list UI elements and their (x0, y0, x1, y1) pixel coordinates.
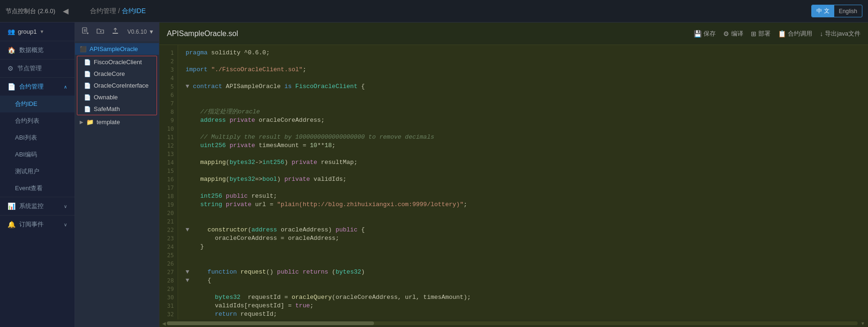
line-number: 2 (159, 57, 178, 66)
version-dropdown-icon: ▼ (149, 29, 154, 35)
code-line[interactable]: ▼ constructor(address oracleAddress) pub… (186, 226, 861, 234)
code-line[interactable] (186, 251, 861, 260)
sidebar-section-data-overview: 🏠 数据概览 (0, 41, 75, 59)
code-line[interactable] (186, 74, 861, 82)
sidebar-group-header[interactable]: 👥 group1 ▼ (0, 22, 75, 41)
scrollbar-thumb[interactable] (167, 321, 374, 325)
sidebar-label-node-management: 节点管理 (17, 64, 42, 73)
contract-icon: 📄 (7, 83, 15, 90)
sidebar-item-contract-management[interactable]: 📄 合约管理 ∧ (0, 78, 75, 96)
sidebar-item-node-management[interactable]: ⚙ 节点管理 (0, 59, 75, 77)
code-line[interactable]: ▼ contract APISampleOracle is FiscoOracl… (186, 82, 861, 91)
sidebar-item-event-view[interactable]: Event查看 (0, 180, 75, 197)
upload-button[interactable] (110, 26, 121, 37)
tree-item-oraclecore[interactable]: 📄 OracleCore (77, 68, 157, 80)
code-line[interactable]: } (186, 243, 861, 251)
code-line[interactable]: return requestId; (186, 310, 861, 319)
line-number: 28 (159, 276, 178, 285)
line-number: 12 (159, 141, 178, 150)
sidebar-item-system-monitor[interactable]: 📊 系统监控 ∨ (0, 197, 75, 215)
tree-item-ownable[interactable]: 📄 Ownable (77, 91, 157, 103)
sidebar-item-contract-list[interactable]: 合约列表 (0, 112, 75, 129)
breadcrumb-current: 合约IDE (122, 7, 146, 15)
code-line[interactable] (186, 57, 861, 66)
lang-zh-button[interactable]: 中 文 (812, 5, 834, 17)
code-line[interactable] (186, 184, 861, 192)
tree-item-label-ownable: Ownable (94, 94, 118, 101)
collapse-icon[interactable]: ◀ (63, 7, 68, 15)
code-line[interactable]: int256 public result; (186, 192, 861, 201)
compile-button[interactable]: ⚙ 编译 (723, 30, 743, 38)
code-line[interactable] (186, 91, 861, 99)
sidebar-label-contract-management: 合约管理 (19, 82, 44, 91)
tree-group-imports: 📄 FiscoOracleClient 📄 OracleCore 📄 Oracl… (77, 56, 157, 115)
code-line[interactable]: mapping(bytes32->int256) private resultM… (186, 158, 861, 167)
sidebar-item-abi-editor[interactable]: ABI编码 (0, 146, 75, 163)
sidebar-item-contract-ide[interactable]: 合约IDE (0, 96, 75, 112)
code-line[interactable] (186, 260, 861, 268)
filetree-version[interactable]: V0.6.10 ▼ (127, 29, 154, 35)
code-line[interactable] (186, 150, 861, 158)
scroll-left-icon[interactable]: ◀ (161, 320, 167, 327)
sidebar-item-abi-list[interactable]: ABI列表 (0, 129, 75, 146)
code-line[interactable] (186, 167, 861, 175)
code-line[interactable] (186, 217, 861, 226)
code-line[interactable]: string private url = "plain(http://blog.… (186, 201, 861, 209)
code-line[interactable]: mapping(bytes32=>bool) private validIds; (186, 175, 861, 184)
line-number: 19 (159, 201, 178, 209)
code-line[interactable]: uint256 private timesAmount = 10**18; (186, 141, 861, 150)
fold-icon[interactable]: ▼ (186, 277, 193, 284)
breadcrumb-parent[interactable]: 合约管理 (90, 7, 116, 15)
sidebar-item-data-overview[interactable]: 🏠 数据概览 (0, 41, 75, 59)
sidebar-group-arrow: ▼ (39, 29, 44, 34)
export-java-button[interactable]: ↓ 导出java文件 (820, 30, 861, 38)
topbar: 节点控制台 (2.6.0) ◀ 合约管理 / 合约IDE 中 文 English (0, 0, 868, 22)
tree-folder-template[interactable]: ▶ 📁 template (75, 116, 159, 128)
file-icon-white-4: 📄 (84, 94, 91, 101)
code-line[interactable]: import "./FiscoOracleClient.sol"; (186, 66, 861, 74)
fold-icon[interactable]: ▼ (186, 83, 193, 90)
new-folder-button[interactable] (95, 26, 106, 37)
fold-icon[interactable]: ▼ (186, 268, 193, 275)
code-line[interactable]: pragma solidity ^0.6.0; (186, 49, 861, 57)
fold-icon[interactable]: ▼ (186, 226, 193, 233)
save-button[interactable]: 💾 保存 (694, 30, 716, 38)
code-line[interactable]: // Multiply the result by 10000000000000… (186, 133, 861, 141)
folder-collapse-arrow: ▶ (80, 119, 83, 125)
sidebar-group-label: group1 (18, 28, 37, 35)
compile-label: 编译 (731, 30, 743, 38)
tree-item-fiscooracleclient[interactable]: 📄 FiscoOracleClient (77, 56, 157, 68)
code-line[interactable]: validIds[requestId] = true; (186, 302, 861, 310)
editor-header: APISampleOracle.sol 💾 保存 ⚙ 编译 ⊞ 部署 📋 合约调… (159, 22, 868, 45)
tree-item-oraclecoreinterface[interactable]: 📄 OracleCoreInterface (77, 80, 157, 91)
contract-call-button[interactable]: 📋 合约调用 (778, 30, 812, 38)
tree-folder-label-template: template (97, 119, 120, 126)
line-number: 31 (159, 302, 178, 310)
deploy-button[interactable]: ⊞ 部署 (751, 30, 771, 38)
scrollbar-track[interactable] (167, 321, 858, 325)
tree-item-safemath[interactable]: 📄 SafeMath (77, 103, 157, 115)
new-file-button[interactable] (80, 26, 91, 37)
sidebar-item-subscribe-event[interactable]: 🔔 订阅事件 ∨ (0, 216, 75, 233)
code-line[interactable] (186, 209, 861, 217)
compile-icon: ⚙ (723, 30, 729, 37)
code-line[interactable]: address private oracleCoreAddress; (186, 116, 861, 125)
code-line[interactable] (186, 99, 861, 108)
code-line[interactable]: ▼ function request() public returns (byt… (186, 268, 861, 276)
lang-en-button[interactable]: English (834, 5, 862, 17)
sidebar-item-test-user[interactable]: 测试用户 (0, 163, 75, 180)
code-content[interactable]: pragma solidity ^0.6.0;import "./FiscoOr… (178, 45, 868, 320)
line-number: 4 (159, 74, 178, 82)
line-number: 7 (159, 99, 178, 108)
sidebar-label-data-overview: 数据概览 (19, 46, 44, 54)
code-line[interactable]: oracleCoreAddress = oracleAddress; (186, 234, 861, 243)
scroll-right-icon[interactable]: ▼ (860, 320, 866, 327)
line-number: 22 (159, 226, 178, 234)
code-line[interactable]: //指定处理的oracle (186, 108, 861, 116)
code-line[interactable] (186, 285, 861, 293)
tree-item-apisampleoracle[interactable]: ⬛ APISampleOracle (75, 43, 159, 55)
code-line[interactable]: ▼ { (186, 276, 861, 285)
code-line[interactable] (186, 125, 861, 133)
code-line[interactable]: bytes32 requestId = oracleQuery(oracleCo… (186, 293, 861, 302)
file-icon-white-3: 📄 (84, 82, 91, 89)
